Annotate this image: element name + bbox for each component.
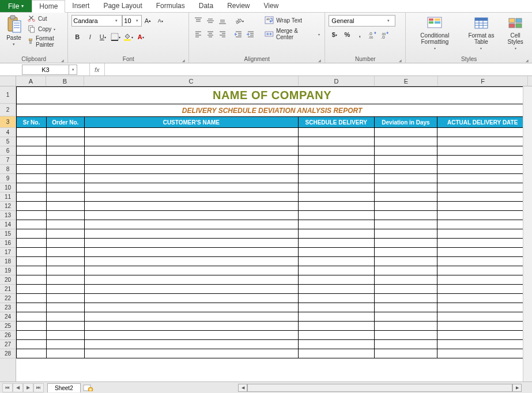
sheet-nav-next[interactable]: ▶ (23, 383, 33, 392)
underline-button[interactable]: U▾ (97, 31, 108, 43)
table-header-cell[interactable]: CUSTOMER'S NAME (85, 117, 299, 127)
hscroll-right[interactable]: ▶ (512, 384, 522, 392)
cell[interactable] (85, 257, 299, 266)
row-header[interactable]: 26 (0, 331, 16, 340)
cell[interactable] (47, 192, 85, 202)
cell[interactable] (47, 257, 85, 266)
cell[interactable] (437, 322, 527, 331)
col-header-a[interactable]: A (16, 76, 46, 86)
shrink-font-button[interactable]: A▾ (154, 15, 166, 27)
title-cell[interactable]: NAME OF COMPANY (16, 86, 528, 104)
cell[interactable] (47, 285, 85, 294)
tab-view[interactable]: View (257, 0, 286, 12)
row-header[interactable]: 21 (0, 285, 16, 294)
cell[interactable] (437, 202, 527, 211)
cell[interactable] (375, 128, 438, 137)
cell[interactable] (17, 239, 47, 248)
tab-data[interactable]: Data (192, 0, 220, 12)
grow-font-button[interactable]: A▴ (142, 15, 153, 27)
cell[interactable] (17, 275, 47, 285)
row-header[interactable]: 7 (0, 156, 16, 165)
align-left-button[interactable] (193, 28, 204, 40)
cell[interactable] (17, 211, 47, 220)
cell[interactable] (437, 174, 527, 183)
cell[interactable] (299, 220, 375, 229)
cell[interactable] (375, 174, 438, 183)
row-header[interactable]: 27 (0, 340, 16, 349)
cell[interactable] (375, 349, 438, 358)
formula-input[interactable] (105, 63, 532, 75)
currency-button[interactable]: $▾ (329, 29, 340, 40)
cell[interactable] (299, 128, 375, 137)
cell[interactable] (299, 285, 375, 294)
merge-center-button[interactable]: Merge & Center ▾ (263, 27, 321, 41)
cell[interactable] (47, 183, 85, 192)
cell[interactable] (85, 192, 299, 202)
cell[interactable] (437, 165, 527, 174)
cell[interactable] (47, 220, 85, 229)
cell[interactable] (17, 303, 47, 312)
cell[interactable] (437, 257, 527, 266)
cell[interactable] (47, 239, 85, 248)
vertical-scrollbar[interactable] (523, 86, 532, 381)
row-header[interactable]: 25 (0, 322, 16, 331)
cell[interactable] (85, 275, 299, 285)
cell[interactable] (299, 322, 375, 331)
cells-viewport[interactable]: NAME OF COMPANYDELIVERY SCHEDULE DEVIATI… (16, 86, 532, 381)
cell[interactable] (47, 165, 85, 174)
cell[interactable] (299, 239, 375, 248)
cell[interactable] (375, 331, 438, 340)
sheet-nav-first[interactable]: ⏮ (2, 383, 13, 392)
tab-home[interactable]: Home (32, 0, 65, 13)
col-header-b[interactable]: B (46, 76, 84, 86)
cell[interactable] (85, 229, 299, 239)
cell[interactable] (47, 128, 85, 137)
cell[interactable] (299, 248, 375, 257)
paste-button[interactable]: Paste ▾ (3, 14, 24, 48)
format-table-button[interactable]: Format as Table ▾ (462, 14, 500, 51)
cell[interactable] (375, 146, 438, 156)
row-header[interactable]: 8 (0, 165, 16, 174)
cell[interactable] (437, 192, 527, 202)
cell[interactable] (17, 146, 47, 156)
row-header[interactable]: 6 (0, 146, 16, 156)
copy-button[interactable]: Copy ▾ (27, 24, 64, 33)
cell[interactable] (17, 165, 47, 174)
cell[interactable] (17, 331, 47, 340)
cell[interactable] (85, 331, 299, 340)
cell[interactable] (17, 349, 47, 358)
cell[interactable] (17, 156, 47, 165)
cell[interactable] (17, 183, 47, 192)
row-header[interactable]: 2 (0, 104, 16, 116)
cell[interactable] (47, 322, 85, 331)
cell[interactable] (437, 294, 527, 303)
number-format-combo[interactable] (329, 15, 395, 27)
row-header[interactable]: 13 (0, 211, 16, 220)
cell[interactable] (375, 248, 438, 257)
hscroll-left[interactable]: ◀ (238, 384, 247, 392)
col-header-e[interactable]: E (375, 76, 438, 86)
cell[interactable] (85, 174, 299, 183)
cell[interactable] (47, 349, 85, 358)
cell[interactable] (375, 257, 438, 266)
table-header-cell[interactable]: Deviation in Days (375, 117, 438, 127)
cell[interactable] (299, 229, 375, 239)
cell[interactable] (47, 229, 85, 239)
cell[interactable] (299, 156, 375, 165)
cell[interactable] (17, 220, 47, 229)
cell[interactable] (375, 202, 438, 211)
cell[interactable] (17, 257, 47, 266)
cell[interactable] (437, 331, 527, 340)
cell[interactable] (85, 340, 299, 349)
cell[interactable] (299, 331, 375, 340)
cell[interactable] (375, 340, 438, 349)
cell[interactable] (299, 202, 375, 211)
name-box[interactable] (22, 65, 69, 75)
cell[interactable] (47, 156, 85, 165)
cell[interactable] (17, 229, 47, 239)
orientation-button[interactable]: ab▾ (233, 15, 244, 27)
format-painter-button[interactable]: Format Painter (27, 35, 64, 48)
sheet-nav-prev[interactable]: ◀ (13, 383, 23, 392)
cell[interactable] (85, 146, 299, 156)
cell[interactable] (85, 128, 299, 137)
